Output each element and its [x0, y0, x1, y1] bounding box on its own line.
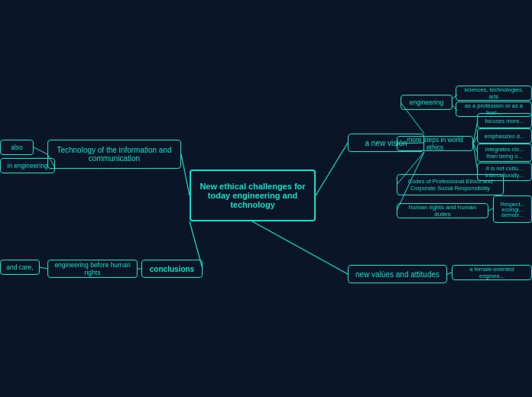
human-rights-node: human rights and human duties	[397, 203, 488, 218]
conclusions-node: conclusions	[141, 260, 203, 278]
svg-line-15	[252, 221, 348, 274]
tech-info-node: Technology of the information and commun…	[47, 140, 181, 169]
svg-line-19	[40, 267, 47, 269]
female-node: a female-oriented enginee...	[452, 265, 532, 280]
engineering-right-node: engineering	[401, 95, 453, 110]
emphasizes-node: emphasizes d...	[477, 128, 532, 144]
integrates-node: integrates clo... than being o...	[477, 144, 532, 162]
svg-line-3	[316, 143, 348, 195]
also-node: also	[0, 140, 34, 155]
engineering-left-node: in engineering	[0, 158, 55, 173]
more-steps-node: more steps in world ethics	[397, 136, 473, 151]
svg-line-1	[34, 147, 47, 154]
main-node: New ethical challenges for today enginee…	[190, 169, 316, 221]
respect-node: Respect... ecologi... democr...	[493, 195, 532, 223]
codes-node: Codes of Professional Ethics and Corpora…	[397, 174, 504, 195]
focuses-node: focuses more...	[477, 113, 532, 128]
new-values-node: new valúes and attitudes	[348, 265, 447, 283]
svg-line-0	[181, 154, 190, 195]
and-care-node: and care,	[0, 260, 40, 275]
sci-tech-node: sciences, technologies, arts	[456, 86, 532, 101]
eng-before-node: engineering before human rights	[47, 260, 138, 278]
